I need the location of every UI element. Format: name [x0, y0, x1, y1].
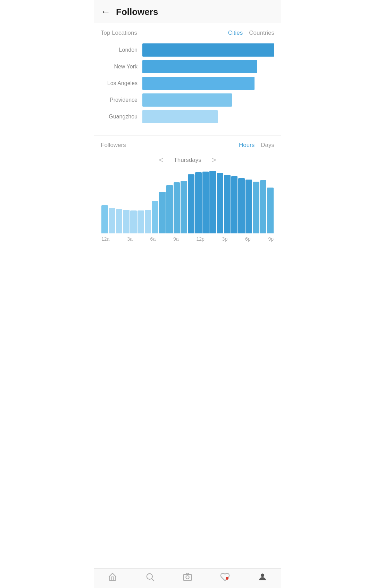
hour-bar [267, 188, 274, 233]
camera-icon [183, 572, 192, 583]
hour-label: 6a [150, 236, 156, 242]
search-icon [145, 572, 155, 583]
hour-label: 9p [268, 236, 274, 242]
followers-header: Followers Hours Days [101, 142, 274, 149]
svg-point-0 [147, 574, 152, 579]
hour-bar [202, 172, 209, 233]
tab-hours[interactable]: Hours [239, 142, 255, 149]
hour-bar [195, 172, 202, 233]
hour-label: 3p [222, 236, 228, 242]
hour-bar [109, 208, 115, 233]
nav-home[interactable] [108, 572, 117, 583]
tab-countries[interactable]: Countries [249, 30, 274, 36]
top-locations-header: Top Locations Cities Countries [101, 30, 274, 36]
page-title: Followers [116, 7, 158, 17]
cities-chart: LondonNew YorkLos AngelesProvidenceGuang… [101, 43, 274, 127]
hour-bar [245, 180, 252, 233]
city-row: Los Angeles [101, 77, 274, 90]
time-tabs: Hours Days [239, 142, 274, 149]
nav-heart[interactable] [220, 572, 230, 583]
hour-bar [231, 176, 238, 233]
bottom-navigation [94, 568, 281, 588]
hour-bar [253, 182, 259, 233]
city-row: Providence [101, 93, 274, 107]
svg-line-1 [152, 579, 154, 581]
city-bar-wrap [142, 110, 274, 123]
city-bar-wrap [142, 60, 274, 73]
city-bar [142, 93, 232, 107]
profile-icon [258, 572, 267, 583]
hour-bar [130, 210, 137, 233]
hour-bar [181, 181, 187, 233]
hour-label: 12p [196, 236, 204, 242]
city-bar [142, 77, 255, 90]
location-tabs: Cities Countries [228, 30, 274, 36]
hour-bar [101, 205, 108, 233]
followers-label: Followers [101, 142, 126, 149]
hours-chart-wrap: 12a3a6a9a12p3p6p9p [101, 171, 274, 242]
top-locations-section: Top Locations Cities Countries LondonNew… [94, 23, 281, 135]
city-bar-wrap [142, 93, 274, 107]
nav-camera[interactable] [183, 572, 192, 583]
header: ← Followers [94, 0, 281, 23]
city-bar-wrap [142, 77, 274, 90]
city-bar [142, 43, 274, 57]
home-icon [108, 572, 117, 583]
hours-labels: 12a3a6a9a12p3p6p9p [101, 236, 274, 242]
hour-label: 6p [245, 236, 251, 242]
hour-bar [123, 210, 130, 233]
city-bar [142, 110, 218, 123]
hour-label: 3a [127, 236, 133, 242]
prev-day-button[interactable]: < [159, 156, 163, 165]
tab-days[interactable]: Days [261, 142, 274, 149]
hour-label: 9a [173, 236, 179, 242]
next-day-button[interactable]: > [212, 156, 216, 165]
followers-hours-section: Followers Hours Days < Thursdays > 12a3a… [94, 135, 281, 568]
hour-bar [138, 210, 144, 233]
nav-profile[interactable] [258, 572, 267, 583]
day-navigator: < Thursdays > [101, 156, 274, 165]
hour-bar [174, 182, 180, 233]
hour-bar [152, 201, 158, 233]
current-day-label: Thursdays [174, 157, 201, 164]
hours-bars [101, 171, 274, 233]
hour-label: 12a [101, 236, 109, 242]
hour-bar [209, 171, 216, 233]
city-name: London [101, 47, 142, 53]
svg-point-4 [261, 574, 264, 577]
city-name: Providence [101, 97, 142, 103]
svg-point-3 [186, 576, 189, 579]
city-bar [142, 60, 257, 73]
city-bar-wrap [142, 43, 274, 57]
city-name: Los Angeles [101, 80, 142, 86]
hour-bar [159, 192, 166, 233]
city-row: London [101, 43, 274, 57]
hour-bar [188, 174, 194, 233]
hour-bar [217, 173, 223, 233]
city-row: New York [101, 60, 274, 73]
back-button[interactable]: ← [101, 6, 110, 17]
hour-bar [166, 185, 173, 233]
hour-bar [145, 210, 151, 233]
tab-cities[interactable]: Cities [228, 30, 243, 36]
city-row: Guangzhou [101, 110, 274, 123]
hour-bar [116, 209, 123, 233]
hour-bar [224, 175, 231, 233]
hour-bar [260, 180, 267, 233]
nav-search[interactable] [145, 572, 155, 583]
top-locations-label: Top Locations [101, 30, 137, 36]
city-name: Guangzhou [101, 114, 142, 120]
hour-bar [238, 178, 245, 233]
city-name: New York [101, 64, 142, 70]
heart-badge [226, 577, 228, 580]
